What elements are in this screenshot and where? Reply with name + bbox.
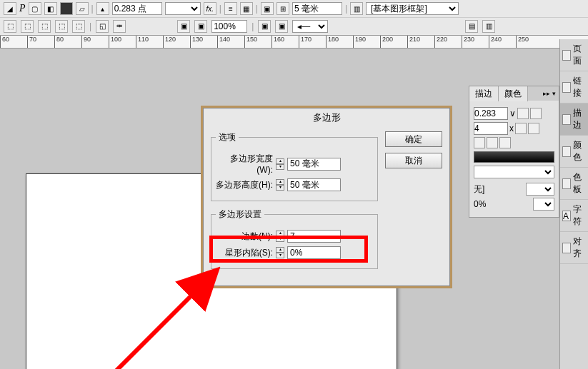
- dock-char[interactable]: A字符: [560, 200, 588, 232]
- frame-icon[interactable]: ⊞: [276, 2, 289, 15]
- tool-icon[interactable]: ▢: [29, 2, 41, 15]
- align-stroke-icon[interactable]: [474, 137, 485, 148]
- x-label: x: [509, 123, 514, 133]
- swatch-icon: [562, 178, 571, 189]
- link-icon[interactable]: ⚮: [113, 20, 126, 33]
- options-group: 选项 多边形宽度(W): ▴▾ 多边形高度(H): ▴▾: [211, 131, 378, 201]
- color-swatch-bar[interactable]: [474, 151, 554, 163]
- height-spinner[interactable]: ▴▾: [276, 179, 284, 191]
- ruler-tick: 230: [462, 36, 489, 48]
- frame-icon[interactable]: ▣: [261, 2, 274, 15]
- align-stroke-icon[interactable]: [499, 137, 511, 148]
- tab-stroke[interactable]: 描边: [469, 86, 499, 101]
- stroke-weight-mini-input[interactable]: [474, 107, 508, 120]
- divider: |: [91, 4, 94, 14]
- text-wrap-icon[interactable]: ⬚: [21, 20, 34, 33]
- width-label: 多边形宽度(W):: [216, 153, 273, 175]
- ruler-tick: 140: [217, 36, 244, 48]
- view-icon[interactable]: ▤: [465, 20, 478, 33]
- dock-color[interactable]: 颜色: [560, 136, 588, 168]
- ruler-tick: 200: [380, 36, 407, 48]
- inset-label: 星形内陷(S):: [216, 247, 273, 259]
- polygon-dialog: 多边形 选项 多边形宽度(W): ▴▾ 多边形高度(H): ▴▾: [201, 106, 452, 288]
- divider: |: [251, 21, 254, 31]
- tool-icon[interactable]: ◧: [44, 2, 57, 15]
- miter-input[interactable]: [474, 122, 508, 135]
- stroke-icon: [562, 114, 571, 125]
- dock-stroke[interactable]: 描边: [560, 103, 588, 136]
- dialog-title: 多边形: [204, 108, 449, 127]
- frame-type-select[interactable]: [基本图形框架]: [366, 2, 459, 15]
- divider: |: [256, 4, 258, 14]
- text-wrap-icon[interactable]: ⬚: [72, 20, 85, 33]
- polygon-height-input[interactable]: [287, 178, 341, 191]
- dock-align[interactable]: 对齐: [560, 232, 588, 264]
- width-spinner[interactable]: ▴▾: [276, 158, 284, 170]
- clip-icon[interactable]: ▣: [275, 20, 288, 33]
- pct-select[interactable]: [533, 198, 554, 211]
- tool-icon[interactable]: ◢: [4, 2, 16, 15]
- text-wrap-icon[interactable]: ⬚: [55, 20, 68, 33]
- height-label: 多边形高度(H):: [216, 179, 273, 191]
- pct-label: 0%: [474, 199, 486, 209]
- polygon-width-input[interactable]: [287, 158, 341, 171]
- cap-icon[interactable]: [517, 108, 529, 119]
- star-inset-input[interactable]: [287, 246, 341, 259]
- text-wrap-icon[interactable]: ⬚: [38, 20, 51, 33]
- ruler-tick: 170: [299, 36, 326, 48]
- spinner-up-icon[interactable]: ▴: [96, 2, 109, 15]
- cancel-button[interactable]: 取消: [385, 153, 442, 168]
- join-icon[interactable]: [515, 123, 527, 134]
- ruler-tick: 80: [54, 36, 81, 48]
- ruler-tick: 220: [434, 36, 462, 48]
- align-stroke-icon[interactable]: [487, 137, 498, 148]
- inset-spinner[interactable]: ▴▾: [276, 247, 284, 258]
- sides-input[interactable]: [287, 230, 341, 243]
- dock-swatch[interactable]: 色板: [560, 168, 588, 200]
- divider: |: [89, 21, 91, 31]
- top-toolbar: ◢ P ▢ ◧ ▱ | ▴ fx. | ≡ ▦ | ▣ ⊞ | ▥ [基本图形框…: [0, 0, 588, 36]
- fit-icon[interactable]: ▣: [177, 20, 190, 33]
- char-icon: A: [562, 211, 571, 221]
- toolbar-row-1: ◢ P ▢ ◧ ▱ | ▴ fx. | ≡ ▦ | ▣ ⊞ | ▥ [基本图形框…: [0, 0, 588, 17]
- stroke-icon[interactable]: ▱: [76, 2, 89, 15]
- fill-icon[interactable]: [60, 2, 73, 15]
- fit-icon[interactable]: ▣: [194, 20, 207, 33]
- ruler-tick: 180: [326, 36, 353, 48]
- divider: |: [345, 4, 347, 14]
- corner-icon[interactable]: ◱: [96, 20, 109, 33]
- panel-menu-icon[interactable]: ▸▸ ▾: [540, 90, 559, 97]
- stroke-style-select[interactable]: [165, 2, 201, 15]
- align-icon[interactable]: ≡: [224, 2, 237, 15]
- sides-label: 边数(N):: [216, 231, 273, 243]
- stroke-color-panel: 描边 颜色 ▸▸ ▾ ∨ x 无] 0%: [469, 86, 559, 218]
- view-icon[interactable]: ▥: [482, 20, 495, 33]
- ruler-tick: 110: [136, 36, 163, 48]
- size-input[interactable]: [292, 2, 342, 15]
- tab-color[interactable]: 颜色: [499, 86, 528, 101]
- stroke-type-select[interactable]: [474, 166, 554, 178]
- zoom-input[interactable]: [211, 20, 247, 33]
- ok-button[interactable]: 确定: [385, 131, 442, 147]
- ruler-tick: 100: [109, 36, 136, 48]
- ruler-tick: 120: [163, 36, 190, 48]
- stroke-weight-input[interactable]: [112, 2, 162, 15]
- extra-icon[interactable]: ▥: [350, 2, 363, 15]
- text-wrap-icon[interactable]: ⬚: [4, 20, 16, 33]
- link-icon: [562, 82, 571, 93]
- arrow-select[interactable]: ◂—: [292, 20, 328, 33]
- p-icon[interactable]: P: [19, 3, 26, 14]
- page-icon: [562, 50, 571, 61]
- clip-icon[interactable]: ▣: [258, 20, 271, 33]
- fx-icon[interactable]: fx.: [204, 2, 216, 15]
- ruler-tick: 160: [271, 36, 299, 48]
- sides-spinner[interactable]: ▴▾: [276, 231, 284, 242]
- cap-icon[interactable]: [530, 108, 542, 119]
- dock-link[interactable]: 链接: [560, 71, 588, 103]
- join-icon[interactable]: [528, 123, 539, 134]
- ruler-tick: 190: [353, 36, 380, 48]
- align-icon[interactable]: ▦: [240, 2, 253, 15]
- end-select[interactable]: [526, 183, 554, 196]
- settings-legend: 多边形设置: [216, 208, 264, 221]
- dock-page[interactable]: 页面: [560, 39, 588, 71]
